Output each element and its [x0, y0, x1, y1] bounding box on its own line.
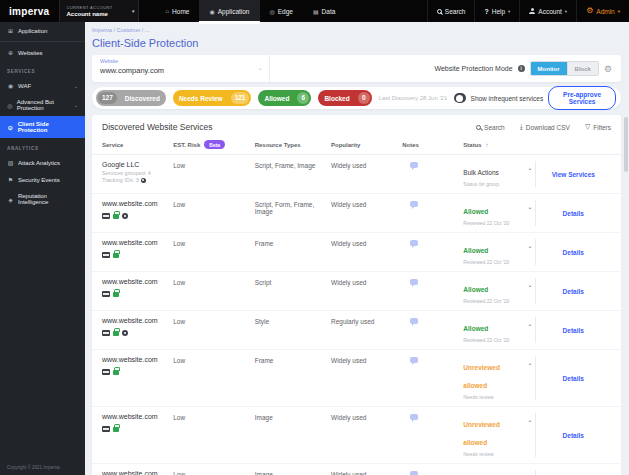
scrollbar-thumb[interactable]: [624, 117, 628, 172]
service-icons: [102, 289, 173, 297]
service-cell: Google LLC Services grouped: 4Tracking I…: [102, 161, 173, 183]
needs-review-count: 121: [231, 92, 250, 104]
chevron-down-icon[interactable]: ⌄: [528, 203, 533, 210]
sidebar: ⊞ Application ⊕ Websites SERVICES ◉ WAF …: [0, 22, 85, 475]
sidebar-item-reputation-intelligence[interactable]: ◈ Reputation Intelligence: [0, 188, 85, 210]
sidebar-item-attack-analytics[interactable]: ▨ Attack Analytics: [0, 154, 85, 171]
blocked-pill[interactable]: Blocked 0: [318, 90, 371, 106]
info-icon[interactable]: i: [518, 65, 525, 72]
account-menu[interactable]: Account ▾: [519, 0, 576, 22]
allowed-count: 6: [297, 92, 309, 104]
nav-application[interactable]: ◉ Application: [199, 0, 259, 22]
note-bubble-icon[interactable]: [410, 162, 418, 168]
note-bubble-icon[interactable]: [410, 471, 418, 475]
nav-data[interactable]: ▤ Data: [303, 0, 345, 22]
search-button[interactable]: Search: [427, 0, 475, 22]
needs-review-pill[interactable]: Needs Review 121: [173, 90, 252, 106]
admin-menu[interactable]: ⚙ Admin ▾: [576, 0, 629, 22]
chevron-down-icon: ▾: [508, 9, 510, 14]
discovered-pill[interactable]: 127 Discovered: [96, 90, 166, 106]
resource-types-cell: Script: [255, 278, 331, 286]
sidebar-item-advanced-bot-protection[interactable]: ◎ Advanced Bot Protection ⌄: [0, 94, 85, 116]
chevron-down-icon[interactable]: ⌄: [528, 320, 533, 327]
allowed-pill[interactable]: Allowed 6: [258, 90, 311, 106]
column-est-risk[interactable]: EST. Risk Beta: [173, 140, 254, 149]
service-cell: www.website.com: [102, 356, 173, 375]
note-bubble-icon[interactable]: [410, 318, 418, 324]
sidebar-item-application[interactable]: ⊞ Application: [0, 22, 85, 39]
browser-icon: [102, 252, 110, 258]
chevron-down-icon[interactable]: ⌄: [528, 281, 533, 288]
breadcrumb[interactable]: Imperva / Customer / ...: [92, 27, 621, 33]
nav-home[interactable]: ⌂ Home: [155, 0, 199, 22]
table-row: www.website.com Low Image Widely used Un…: [92, 464, 621, 475]
download-csv-button[interactable]: ⤓ Download CSV: [520, 123, 570, 131]
note-bubble-icon[interactable]: [410, 240, 418, 246]
shield-icon: ◉: [7, 82, 14, 89]
beta-badge: Beta: [204, 140, 225, 149]
column-resource-types[interactable]: Resource Types: [255, 142, 331, 148]
chevron-down-icon: ⌄: [74, 83, 78, 89]
row-action-link[interactable]: Details: [563, 249, 584, 256]
stats-right-cluster: Show infrequent services Pre-approve Ser…: [454, 86, 616, 110]
sidebar-item-websites[interactable]: ⊕ Websites: [0, 44, 85, 61]
note-bubble-icon[interactable]: [410, 279, 418, 285]
imperva-logo: imperva: [0, 0, 59, 22]
popularity-cell: Widely used: [331, 161, 402, 169]
monitor-button[interactable]: Monitor: [531, 62, 567, 75]
mode-toggle-group: Monitor Block: [530, 61, 599, 76]
sidebar-section-analytics: ANALYTICS: [0, 138, 85, 154]
row-action-link[interactable]: Details: [563, 375, 584, 382]
status-label-header: Status: [463, 142, 481, 148]
column-notes[interactable]: Notes: [402, 142, 463, 148]
status-label: Allowed: [463, 208, 488, 215]
help-menu[interactable]: ? Help ▾: [474, 0, 519, 22]
table-row: www.website.com Low Script Widely used A…: [92, 272, 621, 311]
chevron-down-icon[interactable]: ⌄: [528, 359, 533, 366]
website-select[interactable]: Website www.company.com ⌄: [92, 55, 270, 82]
popularity-cell: Widely used: [331, 239, 402, 247]
sidebar-item-security-events[interactable]: ⚑ Security Events: [0, 171, 85, 188]
info-badge-icon[interactable]: [141, 178, 146, 183]
note-bubble-icon[interactable]: [410, 414, 418, 420]
status-label: Allowed: [463, 247, 488, 254]
sidebar-item-client-side-protection[interactable]: ⊙ Client Side Protection: [0, 116, 85, 138]
row-action-link[interactable]: Details: [563, 432, 584, 439]
column-service[interactable]: Service: [102, 142, 173, 148]
resource-types-cell: Image: [255, 470, 331, 475]
row-action-link[interactable]: View Services: [552, 171, 595, 178]
status-subtext: Reviewed 22 Oct '20: [463, 337, 522, 343]
sidebar-item-label: Reputation Intelligence: [18, 193, 78, 205]
infrequent-services-toggle[interactable]: [454, 93, 465, 103]
chevron-down-icon[interactable]: ⌄: [528, 164, 533, 171]
service-name: www.website.com: [102, 356, 173, 363]
service-icons: [102, 250, 173, 258]
sidebar-item-waf[interactable]: ◉ WAF ⌄: [0, 77, 85, 94]
nav-edge[interactable]: ◎ Edge: [260, 0, 303, 22]
top-nav: ⌂ Home ◉ Application ◎ Edge ▤ Data: [155, 0, 345, 22]
note-bubble-icon[interactable]: [410, 201, 418, 207]
resource-types-cell: Frame: [255, 239, 331, 247]
resource-types-cell: Frame: [255, 356, 331, 364]
table-search-button[interactable]: Search: [476, 124, 505, 131]
risk-cell: Low: [173, 200, 254, 208]
account-selector[interactable]: CURRENT ACCOUNT Account name ▾: [59, 0, 139, 22]
chevron-down-icon[interactable]: ⌄: [528, 242, 533, 249]
service-name: www.website.com: [102, 278, 173, 285]
notes-cell: [402, 200, 463, 208]
sidebar-item-label: Application: [18, 28, 47, 34]
row-action-link[interactable]: Details: [563, 210, 584, 217]
est-risk-label: EST. Risk: [173, 142, 200, 148]
block-button[interactable]: Block: [567, 62, 598, 75]
chevron-down-icon[interactable]: ⌄: [528, 416, 533, 423]
row-action-link[interactable]: Details: [563, 288, 584, 295]
column-status[interactable]: Status ↑: [463, 142, 534, 148]
note-bubble-icon[interactable]: [410, 357, 418, 363]
row-action-link[interactable]: Details: [563, 327, 584, 334]
column-popularity[interactable]: Popularity: [331, 142, 402, 148]
popularity-cell: Widely used: [331, 413, 402, 421]
pre-approve-services-button[interactable]: Pre-approve Services: [548, 86, 616, 110]
search-label: Search: [445, 8, 466, 15]
settings-gear-icon[interactable]: ⚙: [604, 64, 612, 74]
filters-button[interactable]: ▽ Filters: [585, 123, 611, 131]
